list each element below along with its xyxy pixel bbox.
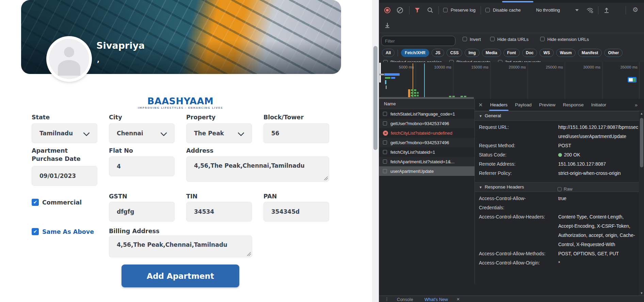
filter-chip-js[interactable]: JS (432, 49, 444, 57)
request-type-chips: AllFetch/XHRJSCSSImgMediaFontDocWSWasmMa… (382, 48, 623, 57)
city-select[interactable]: Chennai (109, 123, 175, 143)
property-select[interactable]: The Peak (186, 123, 252, 143)
billing-address-textarea[interactable]: 4,56,The Peak,Chennai,Tamilnadu (109, 236, 252, 257)
throttling-dropdown-icon[interactable] (575, 9, 579, 11)
invert-checkbox[interactable] (463, 37, 467, 41)
filter-chip-fetch-xhr[interactable]: Fetch/XHR (401, 49, 429, 57)
waterfall-bar (424, 63, 425, 99)
more-tools-icon[interactable]: ⋮ (385, 297, 389, 302)
request-row-getuser-mobno-9342537496[interactable]: getUser?mobno=9342537496 (379, 119, 474, 128)
more-tabs-icon[interactable]: » (635, 102, 638, 108)
search-icon[interactable] (427, 7, 434, 14)
filter-chip-all[interactable]: All (382, 49, 395, 57)
city-label: City (109, 113, 122, 121)
request-checkbox[interactable] (383, 160, 387, 164)
request-row-fetchcitylist-stateid-1[interactable]: fetchCityList?stateid=1 (379, 147, 474, 157)
chevron-down-icon (238, 130, 244, 136)
name-column-header[interactable]: Name (379, 99, 474, 109)
gstn-label: GSTN (109, 192, 127, 200)
request-row-getuser-mobno-9342537496[interactable]: getUser?mobno=9342537496 (379, 138, 474, 147)
headers-body: ▼General Request URL:http://151.106.120.… (475, 111, 639, 296)
close-icon[interactable]: ✕ (456, 297, 460, 302)
detail-scrollbar-thumb[interactable] (640, 118, 643, 167)
pan-input[interactable]: 354345d (263, 202, 329, 222)
filter-icon[interactable] (414, 7, 421, 14)
address-textarea[interactable]: 4,56,The Peak,Chennai,Tamilnadu (186, 156, 329, 182)
filter-input[interactable] (381, 36, 455, 46)
pan-value: 354345d (271, 208, 300, 215)
tab-initiator[interactable]: Initiator (587, 99, 610, 111)
scroll-up-icon[interactable]: ▲ (639, 112, 644, 115)
header-name: Status Code: (479, 150, 549, 160)
flat-no-input[interactable]: 4 (109, 156, 175, 176)
record-icon[interactable] (384, 7, 391, 14)
purchase-date-input[interactable]: 09/01/2023 (32, 166, 97, 186)
raw-checkbox[interactable] (558, 187, 562, 191)
tab-response[interactable]: Response (559, 99, 587, 111)
drawer-tab-whats-new[interactable]: What's New (424, 297, 448, 302)
page-scrollbar-thumb[interactable] (373, 46, 377, 150)
property-value: The Peak (194, 130, 224, 137)
header-value: POST, OPTIONS, GET, PUT (558, 249, 639, 258)
filter-chip-media[interactable]: Media (482, 49, 501, 57)
block-tower-input[interactable]: 56 (263, 123, 329, 143)
active-tab-underline (489, 110, 509, 111)
filter-chip-manifest[interactable]: Manifest (578, 49, 602, 57)
request-checkbox[interactable] (383, 150, 387, 154)
gstn-input[interactable]: dfgfg (109, 202, 175, 222)
request-list: fetchStateList?language_code=1getUser?mo… (379, 109, 474, 176)
preserve-log-checkbox[interactable] (443, 8, 448, 12)
request-checkbox[interactable] (383, 140, 387, 145)
scroll-down-icon[interactable]: ▼ (639, 291, 644, 295)
general-section-header[interactable]: ▼General (475, 111, 639, 121)
hide-extension-urls-checkbox[interactable] (540, 37, 545, 41)
filter-chip-doc[interactable]: Doc (522, 49, 537, 57)
request-checkbox[interactable] (383, 112, 387, 116)
same-as-above-checkbox[interactable]: ✔ (32, 228, 39, 235)
request-row-userapartmentupdate[interactable]: userApartmentUpdate (379, 166, 474, 176)
header-name: Request URL: (479, 123, 549, 132)
tin-input[interactable]: 34534 (186, 202, 252, 222)
avatar[interactable] (46, 36, 92, 82)
page-scrollbar[interactable] (372, 0, 379, 302)
state-select[interactable]: Tamilnadu (32, 123, 97, 143)
commercial-checkbox[interactable]: ✔ (32, 199, 39, 206)
request-row-fetchcitylist-stateid-undefined[interactable]: ✕fetchCityList?stateid=undefined (379, 128, 474, 138)
disable-cache-checkbox[interactable] (485, 8, 490, 12)
request-name: fetchCityList?stateid=1 (390, 150, 435, 155)
tab-headers[interactable]: Headers (486, 99, 511, 111)
request-checkbox[interactable] (383, 121, 387, 125)
gear-icon[interactable]: ⚙ (632, 6, 638, 13)
filter-chip-css[interactable]: CSS (447, 49, 463, 57)
hide-data-urls-label: Hide data URLs (497, 37, 529, 42)
commercial-label: Commercial (42, 199, 82, 206)
hide-data-urls-checkbox[interactable] (490, 37, 495, 41)
add-apartment-button[interactable]: Add Apartment (122, 265, 239, 287)
billing-address-value: 4,56,The Peak,Chennai,Tamilnadu (117, 241, 227, 248)
resize-handle-icon[interactable] (247, 252, 251, 256)
import-har-icon[interactable] (603, 7, 610, 14)
throttling-select[interactable]: No throttling (536, 7, 560, 13)
resize-handle-icon[interactable] (324, 177, 328, 180)
network-conditions-icon[interactable] (586, 7, 593, 14)
clear-icon[interactable] (397, 7, 403, 14)
header-name: Request Method: (479, 141, 549, 150)
request-row-fetchapartmentlist-stateid-1[interactable]: fetchApartmentList?stateid=1&... (379, 157, 474, 166)
tab-preview[interactable]: Preview (535, 99, 559, 111)
export-har-icon[interactable] (384, 22, 391, 29)
gstn-value: dfgfg (117, 208, 134, 215)
request-checkbox[interactable] (383, 169, 387, 173)
tab-payload[interactable]: Payload (511, 99, 535, 111)
drawer-tab-console[interactable]: Console (397, 297, 413, 302)
filter-chip-ws[interactable]: WS (540, 49, 553, 57)
filter-chip-wasm[interactable]: Wasm (556, 49, 576, 57)
timeline-gridline (639, 62, 640, 99)
response-headers-section-header[interactable]: ▼Response Headers Raw (475, 182, 639, 192)
close-icon[interactable]: ✕ (475, 102, 486, 108)
filter-chip-other[interactable]: Other (604, 49, 623, 57)
detail-scrollbar[interactable]: ▲ ▼ (639, 111, 644, 296)
request-row-fetchstatelist-language-code-1[interactable]: fetchStateList?language_code=1 (379, 109, 474, 119)
network-overview-timeline[interactable]: 5000 ms10000 ms15000 ms20000 ms25000 ms3… (379, 62, 644, 99)
filter-chip-font[interactable]: Font (503, 49, 520, 57)
filter-chip-img[interactable]: Img (465, 49, 479, 57)
